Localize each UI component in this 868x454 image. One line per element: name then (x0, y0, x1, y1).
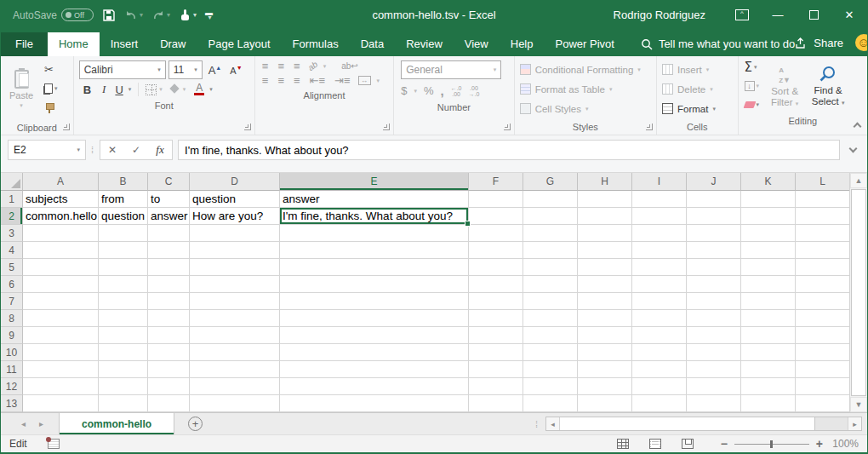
cell-H8[interactable] (578, 310, 632, 327)
cell-L2[interactable] (796, 208, 850, 225)
cell-A10[interactable] (23, 344, 99, 361)
cell-B9[interactable] (99, 327, 148, 344)
cell-G9[interactable] (523, 327, 578, 344)
cell-K3[interactable] (741, 225, 796, 242)
cell-G2[interactable] (523, 208, 578, 225)
column-header-F[interactable]: F (469, 173, 523, 191)
cell-H13[interactable] (578, 395, 632, 412)
cell-D11[interactable] (190, 361, 280, 378)
scroll-down-icon[interactable]: ▼ (850, 397, 867, 412)
cell-E6[interactable] (280, 276, 469, 293)
row-header-6[interactable]: 6 (1, 276, 23, 293)
cell-D3[interactable] (190, 225, 280, 242)
row-header-2[interactable]: 2 (1, 208, 23, 225)
cell-G13[interactable] (523, 395, 578, 412)
orientation-caret-icon[interactable]: ▾ (323, 63, 327, 70)
increase-font-button[interactable]: A▲ (205, 64, 226, 77)
cell-A5[interactable] (23, 259, 99, 276)
accounting-caret-icon[interactable]: ▾ (414, 88, 417, 95)
align-left-button[interactable]: ≡ (260, 75, 271, 86)
row-header-4[interactable]: 4 (1, 242, 23, 259)
new-sheet-button[interactable]: + (174, 413, 216, 434)
redo-button[interactable]: ▾ (151, 9, 170, 21)
column-header-H[interactable]: H (578, 173, 632, 191)
share-button[interactable]: Share (795, 37, 843, 49)
cell-K13[interactable] (741, 395, 796, 412)
align-bottom-button[interactable]: ≡ (292, 60, 302, 72)
cell-E1[interactable]: answer (280, 191, 469, 208)
cell-K11[interactable] (741, 361, 796, 378)
tab-review[interactable]: Review (395, 32, 454, 56)
minimize-button[interactable]: — (760, 0, 796, 30)
cell-I6[interactable] (632, 276, 687, 293)
row-header-11[interactable]: 11 (1, 361, 23, 378)
cell-J13[interactable] (687, 395, 741, 412)
cell-A13[interactable] (23, 395, 99, 412)
cell-F7[interactable] (469, 293, 523, 310)
scroll-up-icon[interactable]: ▲ (850, 173, 867, 188)
cell-I7[interactable] (632, 293, 687, 310)
cell-F4[interactable] (469, 242, 523, 259)
orientation-button[interactable]: ab (306, 60, 318, 72)
cell-C2[interactable]: answer (148, 208, 190, 225)
formula-input[interactable]: I'm fine, thanks. What about you? (178, 140, 840, 160)
maximize-button[interactable] (796, 0, 831, 30)
select-all-button[interactable] (1, 173, 23, 191)
cell-E11[interactable] (280, 361, 469, 378)
cell-C9[interactable] (148, 327, 190, 344)
percent-style-button[interactable]: % (424, 84, 434, 97)
column-header-J[interactable]: J (687, 173, 741, 191)
cell-A12[interactable] (23, 378, 99, 395)
user-name[interactable]: Rodrigo Rodriguez (614, 9, 705, 21)
cell-J8[interactable] (687, 310, 741, 327)
cancel-button[interactable]: ✕ (100, 144, 124, 156)
find-select-button[interactable]: Find & Select ▾ (808, 59, 848, 113)
cell-K9[interactable] (741, 327, 796, 344)
format-painter-button[interactable] (42, 100, 60, 117)
undo-button[interactable]: ▾ (124, 9, 143, 21)
row-header-10[interactable]: 10 (1, 344, 23, 361)
tab-home[interactable]: Home (48, 32, 100, 56)
font-color-button[interactable]: A (191, 83, 207, 95)
cell-A7[interactable] (23, 293, 99, 310)
fill-button[interactable]: ↓▾ (742, 78, 762, 95)
cell-F11[interactable] (469, 361, 523, 378)
cell-A4[interactable] (23, 242, 99, 259)
cell-C3[interactable] (148, 225, 190, 242)
tab-data[interactable]: Data (350, 32, 395, 56)
cell-K5[interactable] (741, 259, 796, 276)
align-middle-button[interactable]: ≡ (276, 60, 286, 72)
sheet-tab-common-hello[interactable]: common-hello (59, 413, 174, 434)
cell-D5[interactable] (190, 259, 280, 276)
column-header-G[interactable]: G (523, 173, 578, 191)
cell-I12[interactable] (632, 378, 687, 395)
column-header-L[interactable]: L (796, 173, 850, 191)
cell-F5[interactable] (469, 259, 523, 276)
autosave-toggle[interactable]: AutoSave Off (13, 9, 94, 21)
feedback-smiley-icon[interactable]: ☺ (855, 34, 868, 51)
horizontal-scrollbar[interactable]: ◂ ▸ (545, 417, 862, 431)
column-header-I[interactable]: I (632, 173, 687, 191)
cell-G8[interactable] (523, 310, 578, 327)
sheet-next-icon[interactable]: ▸ (39, 419, 43, 428)
cell-H12[interactable] (578, 378, 632, 395)
cell-E13[interactable] (280, 395, 469, 412)
fill-color-icon[interactable] (169, 85, 180, 94)
tab-formulas[interactable]: Formulas (282, 32, 350, 56)
cell-A8[interactable] (23, 310, 99, 327)
cell-F10[interactable] (469, 344, 523, 361)
conditional-formatting-button[interactable]: Conditional Formatting ▾ (520, 60, 651, 78)
cell-A1[interactable]: subjects (23, 191, 99, 208)
cell-J7[interactable] (687, 293, 741, 310)
touch-mode-caret-icon[interactable]: ▾ (193, 11, 197, 19)
column-header-E[interactable]: E (280, 173, 469, 191)
cell-G3[interactable] (523, 225, 578, 242)
cell-E9[interactable] (280, 327, 469, 344)
cell-G7[interactable] (523, 293, 578, 310)
column-header-B[interactable]: B (99, 173, 148, 191)
cell-L1[interactable] (796, 191, 850, 208)
tab-power-pivot[interactable]: Power Pivot (545, 32, 625, 56)
cell-I3[interactable] (632, 225, 687, 242)
cell-H11[interactable] (578, 361, 632, 378)
zoom-out-icon[interactable]: − (721, 437, 728, 451)
